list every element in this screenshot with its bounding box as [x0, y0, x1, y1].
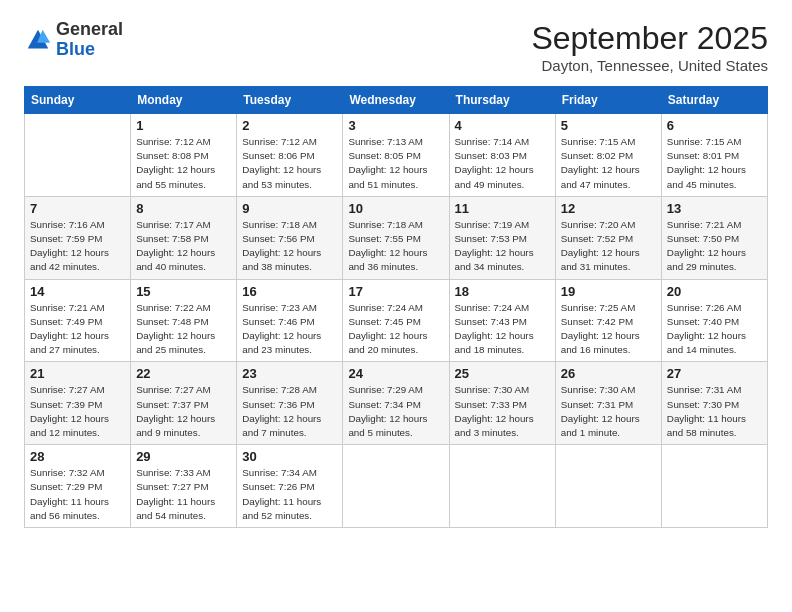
logo-icon [24, 26, 52, 54]
page-header: General Blue September 2025 Dayton, Tenn… [24, 20, 768, 74]
calendar-week-row: 21Sunrise: 7:27 AM Sunset: 7:39 PM Dayli… [25, 362, 768, 445]
day-number: 24 [348, 366, 443, 381]
day-number: 17 [348, 284, 443, 299]
weekday-header-tuesday: Tuesday [237, 87, 343, 114]
day-info: Sunrise: 7:24 AM Sunset: 7:43 PM Dayligh… [455, 301, 550, 358]
calendar-cell: 6Sunrise: 7:15 AM Sunset: 8:01 PM Daylig… [661, 114, 767, 197]
calendar-cell: 26Sunrise: 7:30 AM Sunset: 7:31 PM Dayli… [555, 362, 661, 445]
day-number: 18 [455, 284, 550, 299]
day-number: 2 [242, 118, 337, 133]
day-number: 28 [30, 449, 125, 464]
calendar-cell [661, 445, 767, 528]
weekday-header-row: SundayMondayTuesdayWednesdayThursdayFrid… [25, 87, 768, 114]
day-info: Sunrise: 7:24 AM Sunset: 7:45 PM Dayligh… [348, 301, 443, 358]
day-info: Sunrise: 7:27 AM Sunset: 7:39 PM Dayligh… [30, 383, 125, 440]
calendar-cell: 4Sunrise: 7:14 AM Sunset: 8:03 PM Daylig… [449, 114, 555, 197]
day-info: Sunrise: 7:25 AM Sunset: 7:42 PM Dayligh… [561, 301, 656, 358]
calendar-cell: 10Sunrise: 7:18 AM Sunset: 7:55 PM Dayli… [343, 196, 449, 279]
day-number: 29 [136, 449, 231, 464]
calendar-cell: 27Sunrise: 7:31 AM Sunset: 7:30 PM Dayli… [661, 362, 767, 445]
calendar-cell: 12Sunrise: 7:20 AM Sunset: 7:52 PM Dayli… [555, 196, 661, 279]
calendar-cell: 11Sunrise: 7:19 AM Sunset: 7:53 PM Dayli… [449, 196, 555, 279]
calendar-table: SundayMondayTuesdayWednesdayThursdayFrid… [24, 86, 768, 528]
logo-general-text: General [56, 19, 123, 39]
day-number: 16 [242, 284, 337, 299]
calendar-cell: 21Sunrise: 7:27 AM Sunset: 7:39 PM Dayli… [25, 362, 131, 445]
day-info: Sunrise: 7:29 AM Sunset: 7:34 PM Dayligh… [348, 383, 443, 440]
calendar-cell: 23Sunrise: 7:28 AM Sunset: 7:36 PM Dayli… [237, 362, 343, 445]
day-number: 8 [136, 201, 231, 216]
weekday-header-monday: Monday [131, 87, 237, 114]
day-info: Sunrise: 7:14 AM Sunset: 8:03 PM Dayligh… [455, 135, 550, 192]
calendar-cell: 28Sunrise: 7:32 AM Sunset: 7:29 PM Dayli… [25, 445, 131, 528]
calendar-cell: 17Sunrise: 7:24 AM Sunset: 7:45 PM Dayli… [343, 279, 449, 362]
day-info: Sunrise: 7:28 AM Sunset: 7:36 PM Dayligh… [242, 383, 337, 440]
calendar-cell: 16Sunrise: 7:23 AM Sunset: 7:46 PM Dayli… [237, 279, 343, 362]
title-block: September 2025 Dayton, Tennessee, United… [531, 20, 768, 74]
day-number: 21 [30, 366, 125, 381]
day-number: 25 [455, 366, 550, 381]
day-info: Sunrise: 7:30 AM Sunset: 7:31 PM Dayligh… [561, 383, 656, 440]
calendar-cell: 13Sunrise: 7:21 AM Sunset: 7:50 PM Dayli… [661, 196, 767, 279]
calendar-cell: 29Sunrise: 7:33 AM Sunset: 7:27 PM Dayli… [131, 445, 237, 528]
day-info: Sunrise: 7:23 AM Sunset: 7:46 PM Dayligh… [242, 301, 337, 358]
calendar-cell: 22Sunrise: 7:27 AM Sunset: 7:37 PM Dayli… [131, 362, 237, 445]
calendar-cell [343, 445, 449, 528]
calendar-cell: 3Sunrise: 7:13 AM Sunset: 8:05 PM Daylig… [343, 114, 449, 197]
day-info: Sunrise: 7:20 AM Sunset: 7:52 PM Dayligh… [561, 218, 656, 275]
logo: General Blue [24, 20, 123, 60]
calendar-cell: 15Sunrise: 7:22 AM Sunset: 7:48 PM Dayli… [131, 279, 237, 362]
calendar-cell: 19Sunrise: 7:25 AM Sunset: 7:42 PM Dayli… [555, 279, 661, 362]
calendar-cell: 30Sunrise: 7:34 AM Sunset: 7:26 PM Dayli… [237, 445, 343, 528]
day-number: 11 [455, 201, 550, 216]
day-number: 7 [30, 201, 125, 216]
logo-blue-text: Blue [56, 39, 95, 59]
day-number: 26 [561, 366, 656, 381]
weekday-header-friday: Friday [555, 87, 661, 114]
calendar-week-row: 7Sunrise: 7:16 AM Sunset: 7:59 PM Daylig… [25, 196, 768, 279]
month-title: September 2025 [531, 20, 768, 57]
day-info: Sunrise: 7:12 AM Sunset: 8:06 PM Dayligh… [242, 135, 337, 192]
day-info: Sunrise: 7:15 AM Sunset: 8:02 PM Dayligh… [561, 135, 656, 192]
day-number: 12 [561, 201, 656, 216]
day-info: Sunrise: 7:32 AM Sunset: 7:29 PM Dayligh… [30, 466, 125, 523]
day-info: Sunrise: 7:34 AM Sunset: 7:26 PM Dayligh… [242, 466, 337, 523]
day-number: 22 [136, 366, 231, 381]
calendar-cell: 1Sunrise: 7:12 AM Sunset: 8:08 PM Daylig… [131, 114, 237, 197]
calendar-cell: 18Sunrise: 7:24 AM Sunset: 7:43 PM Dayli… [449, 279, 555, 362]
day-info: Sunrise: 7:15 AM Sunset: 8:01 PM Dayligh… [667, 135, 762, 192]
day-number: 14 [30, 284, 125, 299]
day-number: 4 [455, 118, 550, 133]
calendar-cell: 14Sunrise: 7:21 AM Sunset: 7:49 PM Dayli… [25, 279, 131, 362]
day-number: 20 [667, 284, 762, 299]
day-number: 1 [136, 118, 231, 133]
day-info: Sunrise: 7:30 AM Sunset: 7:33 PM Dayligh… [455, 383, 550, 440]
calendar-cell: 5Sunrise: 7:15 AM Sunset: 8:02 PM Daylig… [555, 114, 661, 197]
calendar-cell [449, 445, 555, 528]
day-number: 6 [667, 118, 762, 133]
day-number: 9 [242, 201, 337, 216]
day-info: Sunrise: 7:18 AM Sunset: 7:55 PM Dayligh… [348, 218, 443, 275]
day-info: Sunrise: 7:19 AM Sunset: 7:53 PM Dayligh… [455, 218, 550, 275]
day-number: 23 [242, 366, 337, 381]
calendar-week-row: 1Sunrise: 7:12 AM Sunset: 8:08 PM Daylig… [25, 114, 768, 197]
day-info: Sunrise: 7:18 AM Sunset: 7:56 PM Dayligh… [242, 218, 337, 275]
day-info: Sunrise: 7:17 AM Sunset: 7:58 PM Dayligh… [136, 218, 231, 275]
day-info: Sunrise: 7:22 AM Sunset: 7:48 PM Dayligh… [136, 301, 231, 358]
day-number: 3 [348, 118, 443, 133]
day-number: 27 [667, 366, 762, 381]
day-number: 30 [242, 449, 337, 464]
day-number: 5 [561, 118, 656, 133]
calendar-cell: 8Sunrise: 7:17 AM Sunset: 7:58 PM Daylig… [131, 196, 237, 279]
weekday-header-thursday: Thursday [449, 87, 555, 114]
day-info: Sunrise: 7:26 AM Sunset: 7:40 PM Dayligh… [667, 301, 762, 358]
day-number: 10 [348, 201, 443, 216]
day-info: Sunrise: 7:21 AM Sunset: 7:49 PM Dayligh… [30, 301, 125, 358]
day-info: Sunrise: 7:13 AM Sunset: 8:05 PM Dayligh… [348, 135, 443, 192]
weekday-header-wednesday: Wednesday [343, 87, 449, 114]
calendar-cell: 7Sunrise: 7:16 AM Sunset: 7:59 PM Daylig… [25, 196, 131, 279]
day-info: Sunrise: 7:27 AM Sunset: 7:37 PM Dayligh… [136, 383, 231, 440]
day-info: Sunrise: 7:33 AM Sunset: 7:27 PM Dayligh… [136, 466, 231, 523]
day-number: 13 [667, 201, 762, 216]
day-info: Sunrise: 7:21 AM Sunset: 7:50 PM Dayligh… [667, 218, 762, 275]
